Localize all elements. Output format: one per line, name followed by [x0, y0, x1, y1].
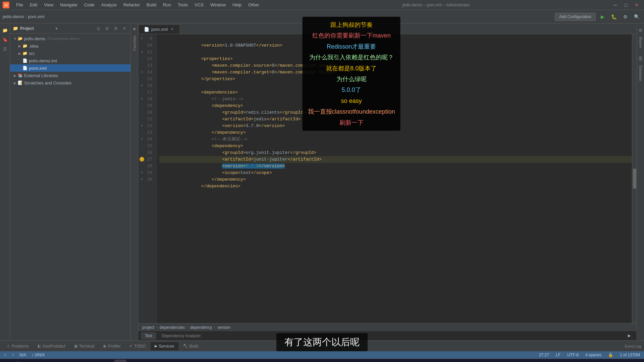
panel-close-button[interactable]: ✕ [121, 25, 128, 32]
line-num-17: 17 [138, 89, 156, 96]
root-folder-icon: 📂 [17, 36, 23, 41]
gutter-9: ◇ [140, 36, 144, 41]
status-branch[interactable]: N/A [18, 353, 28, 357]
breadcrumb: jedis-demo / pom.xml [3, 14, 44, 19]
menu-code[interactable]: Code [82, 1, 97, 9]
status-right: 27:27 LF UTF-8 4 spaces 🔓 1 of 1370M [538, 353, 641, 357]
taskbar-notepad[interactable]: 📝 [88, 360, 100, 362]
close-button[interactable]: ✕ [632, 0, 641, 10]
menu-navigate[interactable]: Navigate [57, 1, 80, 9]
taskbar-terminal-app[interactable]: 💻 [61, 360, 73, 362]
tree-item-src[interactable]: ▶ 📁 src [10, 50, 130, 57]
notif-line4: 为什么我引入依赖是红色的呢？ [308, 52, 395, 63]
taskbar-camera[interactable]: 📷 [74, 360, 86, 362]
status-sync[interactable]: ↕ 0/N/A [30, 353, 46, 357]
panel-collapse-button[interactable]: ⊟ [104, 25, 110, 32]
src-folder-icon: 📁 [22, 51, 28, 56]
sidebar-icon-structure[interactable]: ☰ [1, 45, 9, 53]
menu-bar: IJ File Edit View Navigate Code Analyze … [0, 0, 644, 10]
tree-item-idea[interactable]: ▶ 📁 .idea [10, 42, 130, 50]
menu-window[interactable]: Window [208, 1, 228, 9]
line-num-21: 21 [138, 116, 156, 123]
database-icon[interactable]: 🗄 [637, 55, 644, 63]
tree-item-pom[interactable]: 📄 pom.xml [10, 64, 130, 72]
menu-file[interactable]: File [13, 1, 26, 9]
menu-tools[interactable]: Tools [175, 1, 191, 9]
tab-close-button[interactable]: ✕ [170, 27, 174, 32]
menu-run[interactable]: Run [160, 1, 174, 9]
scroll-right-button[interactable]: ▶ [625, 331, 634, 341]
maven-icon[interactable]: ⚙ [637, 26, 644, 34]
menu-view[interactable]: View [41, 1, 56, 9]
scrollbar-right[interactable] [632, 34, 637, 323]
toolbar-settings-button[interactable]: ⚙ [621, 12, 630, 21]
tab-todo[interactable]: ✔ TODO [125, 342, 150, 350]
menu-other[interactable]: Other [246, 1, 262, 9]
taskbar-app2[interactable]: 🔴 [101, 360, 113, 362]
taskbar: ⊞ 📁 🌐 🔴 💻 📷 📝 🔴 IJ CSDN @wang_book [0, 359, 644, 362]
toolbar-search-button[interactable]: 🔍 [632, 12, 641, 21]
maximize-button[interactable]: □ [621, 0, 631, 10]
tab-text[interactable]: Text [141, 332, 156, 340]
tab-genprotobuf[interactable]: ◧ GenProtobuf [34, 342, 69, 350]
menu-edit[interactable]: Edit [27, 1, 40, 9]
tree-item-root[interactable]: ▼ 📂 jedis-demo D:\code\jedis-demo [10, 35, 130, 42]
gutter-18: ◇ [140, 97, 144, 101]
status-lines: 1 of 1370M [619, 353, 641, 357]
line-num-9: ◇9 [138, 36, 156, 42]
line-num-25: 25 [138, 143, 156, 149]
sidebar-icon-bookmark[interactable]: 🔖 [1, 36, 9, 44]
menu-analyze[interactable]: Analyze [99, 1, 119, 9]
taskbar-start-button[interactable]: ⊞ [3, 360, 15, 362]
line-num-30: ◇30 [138, 176, 156, 183]
tree-item-iml[interactable]: 📄 jedis-demo.iml [10, 57, 130, 64]
terminal-icon: ▣ [74, 344, 77, 348]
editor-bottom-breadcrumb: project › dependencies › dependency › ve… [138, 323, 637, 331]
gutter-11: ◇ [140, 50, 144, 54]
tab-services[interactable]: ▶ Services [151, 342, 178, 350]
status-bar: ○ ⑂ N/A ↕ 0/N/A 27:27 LF UTF-8 4 spaces … [0, 351, 644, 359]
scratches-arrow-icon: ▶ [13, 80, 17, 85]
panel-settings-button[interactable]: ⚙ [112, 25, 119, 32]
notification-overlay: 跟上狗叔的节奏 红色的你需要刷新一下maven Redisson才最重要 为什么… [303, 17, 400, 131]
tab-dependency-analyzer[interactable]: Dependency Analyzer [158, 332, 205, 340]
event-log-link[interactable]: Event Log [625, 344, 641, 348]
status-spinner: ○ [3, 353, 8, 357]
favorites-icon[interactable]: ★ [130, 25, 139, 33]
root-label: jedis-demo [24, 36, 46, 41]
tree-item-external[interactable]: ▶ 📚 External Libraries [10, 72, 130, 79]
menu-vcs[interactable]: VCS [192, 1, 206, 9]
tab-terminal[interactable]: ▣ Terminal [70, 342, 98, 350]
status-position[interactable]: 27:27 [538, 353, 550, 357]
toolbar-debug-button[interactable]: 🐛 [609, 12, 619, 21]
taskbar-browser[interactable]: 🌐 [34, 360, 46, 362]
status-git[interactable]: ⑂ [10, 353, 15, 357]
panel-dropdown-arrow: ▼ [55, 26, 58, 31]
sidebar-icon-project[interactable]: 📁 [1, 26, 9, 34]
panel-locate-button[interactable]: ◎ [95, 25, 102, 32]
notif-line6: 为什么绿呢 [308, 74, 395, 84]
menu-refactor[interactable]: Refactor [121, 1, 143, 9]
minimize-button[interactable]: ─ [610, 0, 620, 10]
menu-help[interactable]: Help [230, 1, 244, 9]
tab-build[interactable]: 🔨 Build [179, 342, 203, 350]
line-num-12: 12 [138, 56, 156, 62]
line-num-27: !27 [138, 156, 156, 163]
toolbar-run-button[interactable]: ▶ [598, 12, 607, 21]
tab-profiler[interactable]: ◉ Profiler [99, 342, 125, 350]
app-icon: IJ [3, 2, 9, 8]
breadcrumb-version: version [217, 325, 230, 330]
tab-problems[interactable]: ⚠ Problems [3, 342, 33, 350]
tree-item-scratches[interactable]: ▶ 📝 Scratches and Consoles [10, 79, 130, 86]
status-encoding[interactable]: UTF-8 [566, 353, 580, 357]
taskbar-file-explorer[interactable]: 📁 [20, 360, 33, 362]
project-panel: 📁 Project ▼ ◎ ⊟ ⚙ ✕ ▼ 📂 jedis-demo D:\co… [10, 23, 131, 341]
tab-pom-xml[interactable]: 📄 pom.xml ✕ [138, 24, 180, 34]
status-linesep[interactable]: LF [554, 353, 562, 357]
taskbar-intellij[interactable]: IJ [114, 360, 126, 362]
gutter-warning-27: ! [140, 157, 144, 162]
taskbar-app1[interactable]: 🔴 [47, 360, 59, 362]
menu-build[interactable]: Build [144, 1, 159, 9]
add-configuration-button[interactable]: Add Configuration [555, 13, 596, 21]
status-indent[interactable]: 4 spaces [584, 353, 603, 357]
